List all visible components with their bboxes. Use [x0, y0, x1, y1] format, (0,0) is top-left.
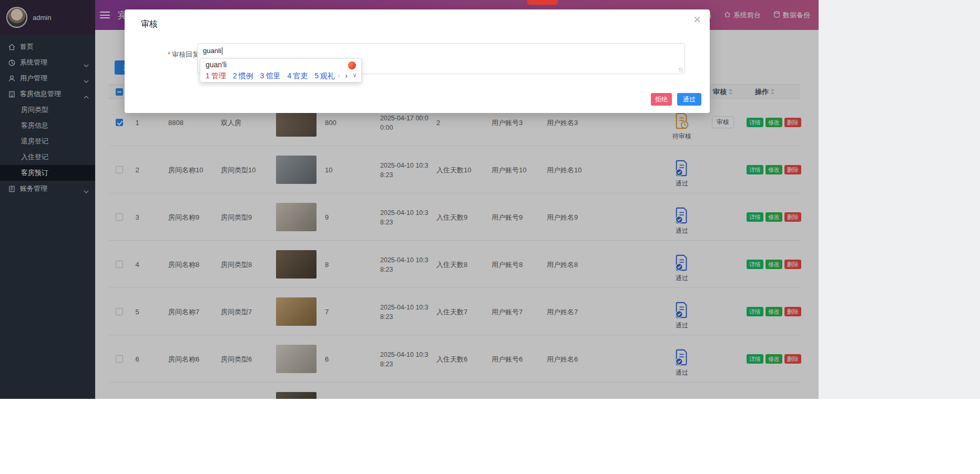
app-window: admin 首页 系统管理 — [0, 0, 819, 399]
ime-composition: guan'li — [206, 60, 227, 69]
page: admin 首页 系统管理 — [0, 0, 980, 474]
ime-prev-page-icon[interactable]: ‹ — [338, 71, 340, 80]
ime-candidate-window: guan'li 1管理 2惯例 3馆里 4官吏 5观礼 ‹ › ∨ — [200, 58, 362, 83]
ime-candidates: 1管理 2惯例 3馆里 4官吏 5观礼 — [206, 71, 335, 81]
sogou-ime-icon — [348, 61, 356, 69]
ime-candidate[interactable]: 5观礼 — [314, 71, 335, 81]
ime-next-page-icon[interactable]: › — [345, 71, 348, 80]
close-icon[interactable]: ✕ — [693, 15, 701, 25]
approve-button[interactable]: 通过 — [677, 93, 701, 106]
text-caret — [222, 47, 222, 55]
field-label: *审核回复 — [159, 50, 199, 59]
ime-candidate[interactable]: 1管理 — [206, 71, 226, 81]
ime-candidate[interactable]: 3馆里 — [260, 71, 281, 81]
ime-expand-icon[interactable]: ∨ — [352, 71, 357, 79]
required-mark: * — [168, 50, 170, 58]
browser-gutter — [819, 0, 980, 399]
modal-title: 审核 — [141, 19, 158, 30]
recording-indicator-pill — [527, 0, 558, 5]
reject-button[interactable]: 拒绝 — [651, 93, 672, 106]
ime-candidate[interactable]: 4官吏 — [287, 71, 308, 81]
ime-candidate[interactable]: 2惯例 — [233, 71, 253, 81]
textarea-value: guanli — [203, 47, 221, 55]
